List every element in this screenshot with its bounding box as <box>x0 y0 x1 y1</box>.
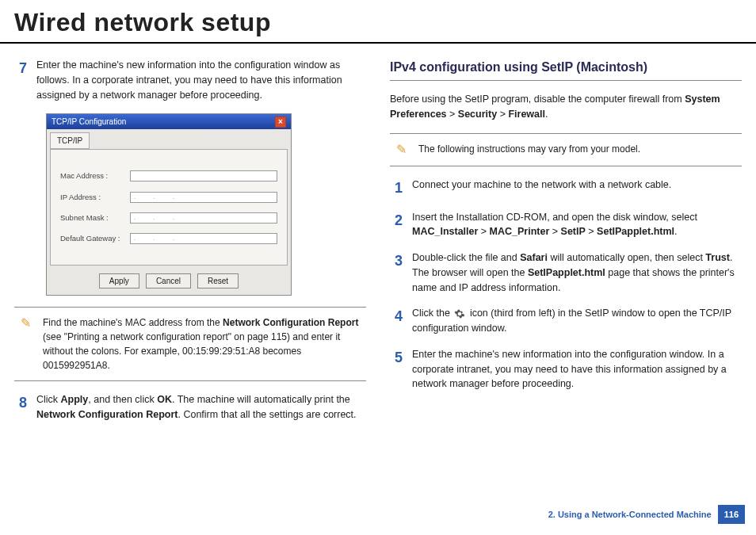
dialog-titlebar: TCP/IP Configuration × <box>47 114 291 129</box>
b: Safari <box>520 252 548 263</box>
row-subnet: Subnet Mask : . . . <box>60 212 277 224</box>
b: MAC_Installer <box>412 226 478 237</box>
page-footer: 2. Using a Network-Connected Machine 116 <box>548 505 745 524</box>
t: Before using the SetIP program, disable … <box>390 94 685 105</box>
b: Network Configuration Report <box>36 409 178 420</box>
step-number: 2 <box>390 210 403 240</box>
dialog-title-text: TCP/IP Configuration <box>52 116 126 128</box>
gt: > <box>497 109 508 120</box>
step-body: Click Apply, and then click OK. The mach… <box>36 392 366 422</box>
step-number: 3 <box>390 250 403 295</box>
row-ip: IP Address : . . . <box>60 192 277 203</box>
page-number: 116 <box>718 505 745 524</box>
section-heading: IPv4 configuration using SetIP (Macintos… <box>390 58 742 81</box>
step-number: 5 <box>390 347 403 392</box>
step-body: Insert the Installation CD-ROM, and open… <box>412 210 742 240</box>
b: Trust <box>705 252 730 263</box>
b: Firewall <box>508 109 545 120</box>
t: will automatically open, then select <box>548 252 705 263</box>
input-gateway: . . . <box>130 233 277 244</box>
b: MAC_Printer <box>490 226 550 237</box>
t: (see "Printing a network configuration r… <box>43 331 340 371</box>
step-7: 7 Enter the machine's new information in… <box>14 58 366 102</box>
dialog-body: Mac Address : IP Address : . . . Subnet … <box>50 149 288 266</box>
label-subnet: Subnet Mask : <box>60 212 124 224</box>
dialog-buttons: Apply Cancel Reset <box>47 269 291 295</box>
t: Insert the Installation CD-ROM, and open… <box>412 212 697 223</box>
row-gateway: Default Gateway : . . . <box>60 233 277 244</box>
row-mac: Mac Address : <box>60 170 277 182</box>
intro-paragraph: Before using the SetIP program, disable … <box>390 92 742 122</box>
label-mac: Mac Address : <box>60 170 124 182</box>
note-text: Find the machine's MAC address from the … <box>43 315 361 373</box>
t: Click <box>36 394 61 405</box>
b: SetIPapplet.html <box>597 226 674 237</box>
t: . The machine will automatically print t… <box>172 394 350 405</box>
gt: > <box>478 226 489 237</box>
step-1: 1 Connect your machine to the network wi… <box>390 178 742 199</box>
content-columns: 7 Enter the machine's new information in… <box>0 44 756 434</box>
b: Network Configuration Report <box>223 317 358 328</box>
reset-button: Reset <box>197 273 239 289</box>
chapter-label: 2. Using a Network-Connected Machine <box>548 510 712 519</box>
t: Double-click the file and <box>412 252 520 263</box>
step-body: Enter the machine's new information into… <box>412 347 742 392</box>
cancel-button: Cancel <box>146 273 191 289</box>
b: Apply <box>61 394 89 405</box>
step-5: 5 Enter the machine's new information in… <box>390 347 742 392</box>
b: OK <box>157 394 172 405</box>
t: Find the machine's MAC address from the <box>43 317 223 328</box>
pencil-icon <box>395 142 410 158</box>
tcpip-dialog-image: TCP/IP Configuration × TCP/IP Mac Addres… <box>46 113 292 296</box>
note-instructions-vary: The following instructions may vary from… <box>390 133 742 166</box>
input-subnet: . . . <box>130 212 277 224</box>
step-3: 3 Double-click the file and Safari will … <box>390 250 742 295</box>
note-mac-address: Find the machine's MAC address from the … <box>14 307 366 381</box>
left-column: 7 Enter the machine's new information in… <box>14 58 366 434</box>
step-number: 4 <box>390 306 403 336</box>
pencil-icon <box>19 315 35 331</box>
b: SetIP <box>561 226 586 237</box>
t: . <box>674 226 677 237</box>
label-gateway: Default Gateway : <box>60 233 124 244</box>
step-body: Click the icon (third from left) in the … <box>412 306 742 336</box>
close-icon: × <box>275 117 286 128</box>
input-mac <box>130 170 277 182</box>
right-column: IPv4 configuration using SetIP (Macintos… <box>390 58 742 434</box>
apply-button: Apply <box>99 273 139 289</box>
step-number: 8 <box>14 392 27 422</box>
step-8: 8 Click Apply, and then click OK. The ma… <box>14 392 366 422</box>
step-body: Connect your machine to the network with… <box>412 178 742 199</box>
b: Security <box>458 109 497 120</box>
t: . Confirm that all the settings are corr… <box>178 409 356 420</box>
label-ip: IP Address : <box>60 192 124 203</box>
b: SetIPapplet.html <box>528 267 605 278</box>
gear-icon <box>454 308 465 319</box>
step-body: Enter the machine's new information into… <box>36 58 366 102</box>
note-text: The following instructions may vary from… <box>418 142 640 158</box>
gt: > <box>447 109 458 120</box>
step-number: 7 <box>14 58 27 102</box>
gt: > <box>586 226 597 237</box>
t: , and then click <box>88 394 157 405</box>
input-ip: . . . <box>130 192 277 203</box>
t: Click the <box>412 308 452 319</box>
t: . <box>545 109 548 120</box>
gt: > <box>549 226 560 237</box>
step-body: Double-click the file and Safari will au… <box>412 250 742 295</box>
dialog-tab: TCP/IP <box>50 132 90 149</box>
step-number: 1 <box>390 178 403 199</box>
step-2: 2 Insert the Installation CD-ROM, and op… <box>390 210 742 240</box>
page-title: Wired network setup <box>0 0 756 44</box>
step-4: 4 Click the icon (third from left) in th… <box>390 306 742 336</box>
